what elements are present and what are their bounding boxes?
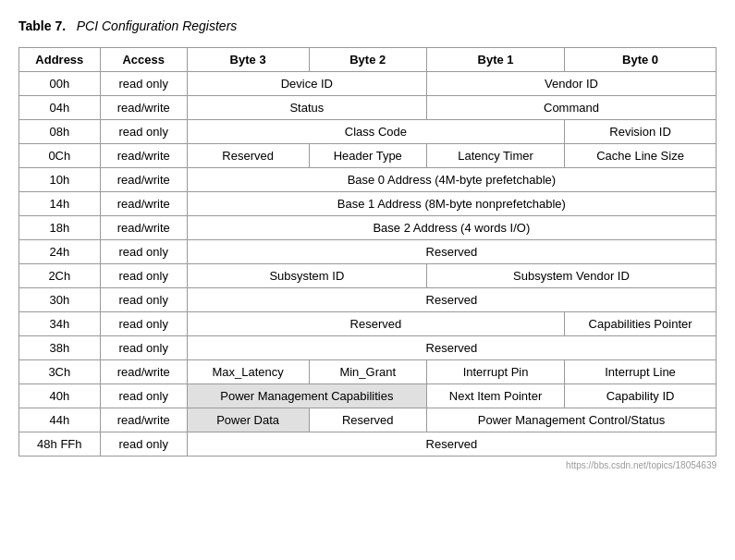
data-cell: Power Data — [187, 408, 309, 432]
table-row: 2Chread onlySubsystem IDSubsystem Vendor… — [19, 264, 717, 288]
address-cell: 24h — [19, 240, 101, 264]
column-header-byte-0: Byte 0 — [565, 48, 717, 72]
column-header-byte-1: Byte 1 — [426, 48, 564, 72]
access-cell: read/write — [100, 168, 187, 192]
address-cell: 0Ch — [19, 144, 101, 168]
access-cell: read only — [100, 312, 187, 336]
address-cell: 10h — [19, 168, 101, 192]
access-cell: read only — [100, 288, 187, 312]
table-row: 40hread onlyPower Management Capabilitie… — [19, 384, 717, 408]
data-cell: Base 1 Address (8M-byte nonprefetchable) — [187, 192, 716, 216]
data-cell: Subsystem Vendor ID — [426, 264, 716, 288]
table-row: 18hread/writeBase 2 Address (4 words I/O… — [19, 216, 717, 240]
data-cell: Reserved — [187, 144, 309, 168]
column-header-access: Access — [100, 48, 187, 72]
access-cell: read only — [100, 432, 187, 457]
address-cell: 3Ch — [19, 360, 101, 384]
data-cell: Capabilities Pointer — [565, 312, 717, 336]
data-cell: Revision ID — [565, 120, 717, 144]
data-cell: Reserved — [187, 312, 564, 336]
data-cell: Base 2 Address (4 words I/O) — [187, 216, 716, 240]
data-cell: Base 0 Address (4M-byte prefetchable) — [187, 168, 716, 192]
data-cell: Power Management Capabilities — [187, 384, 426, 408]
table-row: 14hread/writeBase 1 Address (8M-byte non… — [19, 192, 717, 216]
data-cell: Capability ID — [565, 384, 717, 408]
data-cell: Reserved — [187, 432, 716, 457]
address-cell: 04h — [19, 96, 101, 120]
table-row: 34hread onlyReservedCapabilities Pointer — [19, 312, 717, 336]
address-cell: 2Ch — [19, 264, 101, 288]
data-cell: Class Code — [187, 120, 564, 144]
address-cell: 38h — [19, 336, 101, 360]
address-cell: 40h — [19, 384, 101, 408]
address-cell: 44h — [19, 408, 101, 432]
data-cell: Power Management Control/Status — [426, 408, 716, 432]
table-row: 48h FFhread onlyReserved — [19, 432, 717, 457]
table-row: 30hread onlyReserved — [19, 288, 717, 312]
access-cell: read/write — [100, 216, 187, 240]
access-cell: read only — [100, 120, 187, 144]
data-cell: Vendor ID — [426, 72, 716, 96]
access-cell: read only — [100, 72, 187, 96]
access-cell: read/write — [100, 408, 187, 432]
data-cell: Reserved — [187, 288, 716, 312]
column-header-address: Address — [19, 48, 101, 72]
table-row: 3Chread/writeMax_LatencyMin_GrantInterru… — [19, 360, 717, 384]
access-cell: read only — [100, 384, 187, 408]
table-row: 44hread/writePower DataReservedPower Man… — [19, 408, 717, 432]
access-cell: read only — [100, 264, 187, 288]
title-label: Table 7. — [18, 18, 66, 33]
address-cell: 08h — [19, 120, 101, 144]
data-cell: Device ID — [187, 72, 426, 96]
address-cell: 00h — [19, 72, 101, 96]
data-cell: Next Item Pointer — [426, 384, 564, 408]
table-row: 38hread onlyReserved — [19, 336, 717, 360]
title-text: PCI Configuration Registers — [77, 18, 238, 33]
table-row: 00hread onlyDevice IDVendor ID — [19, 72, 717, 96]
table-title: Table 7. PCI Configuration Registers — [18, 18, 717, 33]
address-cell: 34h — [19, 312, 101, 336]
table-row: 08hread onlyClass CodeRevision ID — [19, 120, 717, 144]
data-cell: Max_Latency — [187, 360, 309, 384]
data-cell: Reserved — [187, 336, 716, 360]
data-cell: Header Type — [309, 144, 426, 168]
data-cell: Reserved — [309, 408, 426, 432]
table-row: 0Chread/writeReservedHeader TypeLatency … — [19, 144, 717, 168]
pci-registers-table: AddressAccessByte 3Byte 2Byte 1Byte 0 00… — [18, 47, 717, 457]
data-cell: Interrupt Line — [565, 360, 717, 384]
access-cell: read/write — [100, 192, 187, 216]
data-cell: Subsystem ID — [187, 264, 426, 288]
data-cell: Reserved — [187, 240, 716, 264]
access-cell: read only — [100, 336, 187, 360]
access-cell: read/write — [100, 360, 187, 384]
data-cell: Latency Timer — [426, 144, 564, 168]
address-cell: 30h — [19, 288, 101, 312]
data-cell: Command — [426, 96, 716, 120]
data-cell: Interrupt Pin — [426, 360, 564, 384]
data-cell: Min_Grant — [309, 360, 426, 384]
access-cell: read/write — [100, 96, 187, 120]
access-cell: read only — [100, 240, 187, 264]
table-row: 04hread/writeStatusCommand — [19, 96, 717, 120]
watermark: https://bbs.csdn.net/topics/18054639 — [18, 460, 717, 470]
data-cell: Status — [187, 96, 426, 120]
access-cell: read/write — [100, 144, 187, 168]
address-cell: 14h — [19, 192, 101, 216]
address-cell: 48h FFh — [19, 432, 101, 457]
table-row: 24hread onlyReserved — [19, 240, 717, 264]
column-header-byte-2: Byte 2 — [309, 48, 426, 72]
table-row: 10hread/writeBase 0 Address (4M-byte pre… — [19, 168, 717, 192]
column-header-byte-3: Byte 3 — [187, 48, 309, 72]
address-cell: 18h — [19, 216, 101, 240]
data-cell: Cache Line Size — [565, 144, 717, 168]
